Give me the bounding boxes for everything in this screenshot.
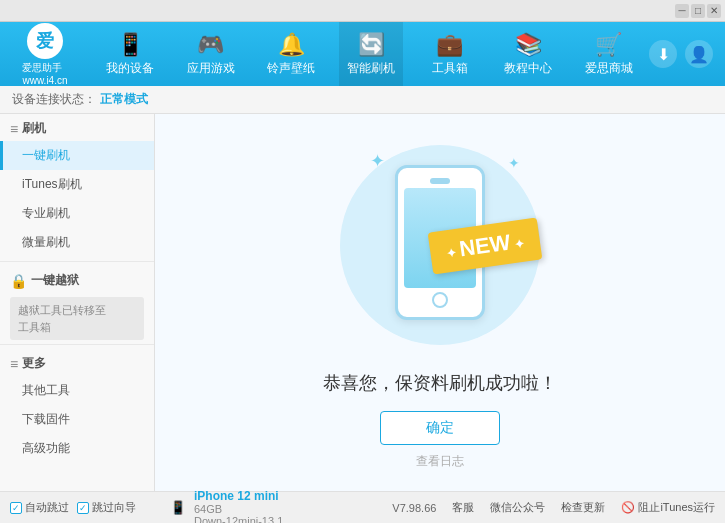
nav-wishlist[interactable]: 🛒 爱思商城 <box>577 22 641 86</box>
maximize-btn[interactable]: □ <box>691 4 705 18</box>
sidebar-divider-1 <box>0 261 154 262</box>
nav-ringtone[interactable]: 🔔 铃声壁纸 <box>259 22 323 86</box>
jailbreak-section-header: 🔒 一键越狱 <box>0 266 154 293</box>
nav-tutorial-label: 教程中心 <box>504 60 552 77</box>
smart-flash-icon: 🔄 <box>358 32 385 58</box>
ringtone-icon: 🔔 <box>278 32 305 58</box>
check-update-link[interactable]: 检查更新 <box>561 500 605 515</box>
nav-toolbox[interactable]: 💼 工具箱 <box>420 22 480 86</box>
bottom-bar: 自动跳过 跳过向导 📱 iPhone 12 mini 64GB Down-12m… <box>0 491 725 523</box>
user-btn[interactable]: 👤 <box>685 40 713 68</box>
logo-icon: 爱 <box>27 23 63 59</box>
app-game-icon: 🎮 <box>197 32 224 58</box>
nav-wishlist-label: 爱思商城 <box>585 60 633 77</box>
version-label: V7.98.66 <box>392 502 436 514</box>
wishlist-icon: 🛒 <box>595 32 622 58</box>
status-label: 设备连接状态： <box>12 91 96 108</box>
jailbreak-icon: 🔒 <box>10 273 27 289</box>
sidebar-save-flash[interactable]: 微量刷机 <box>0 228 154 257</box>
bottom-left: 自动跳过 跳过向导 <box>10 500 170 515</box>
itunes-status-icon: 🚫 <box>621 501 635 514</box>
toolbox-icon: 💼 <box>436 32 463 58</box>
wechat-link[interactable]: 微信公众号 <box>490 500 545 515</box>
status-value: 正常模式 <box>100 91 148 108</box>
sidebar-other-tools[interactable]: 其他工具 <box>0 376 154 405</box>
sidebar-one-key-flash[interactable]: 一键刷机 <box>0 141 154 170</box>
nav-smart-flash-label: 智能刷机 <box>347 60 395 77</box>
nav-my-device-label: 我的设备 <box>106 60 154 77</box>
skip-guide-checkbox[interactable]: 跳过向导 <box>77 500 136 515</box>
customer-service-link[interactable]: 客服 <box>452 500 474 515</box>
phone-home-btn <box>432 292 448 308</box>
logo-area: 爱 爱思助手 www.i4.cn <box>0 23 90 86</box>
phone-illustration: ✦ ✦ NEW <box>330 135 550 355</box>
confirm-button[interactable]: 确定 <box>380 411 500 445</box>
my-device-icon: 📱 <box>117 32 144 58</box>
top-nav: 爱 爱思助手 www.i4.cn 📱 我的设备 🎮 应用游戏 🔔 铃声壁纸 🔄 … <box>0 22 725 86</box>
sidebar: ≡ 刷机 一键刷机 iTunes刷机 专业刷机 微量刷机 🔒 一键越狱 越狱工具… <box>0 114 155 491</box>
flash-section-header: ≡ 刷机 <box>0 114 154 141</box>
flash-section-label: 刷机 <box>22 120 46 137</box>
status-bar: 设备连接状态： 正常模式 <box>0 86 725 114</box>
title-bar: ─ □ ✕ <box>0 0 725 22</box>
nav-items: 📱 我的设备 🎮 应用游戏 🔔 铃声壁纸 🔄 智能刷机 💼 工具箱 📚 教程中心… <box>90 22 649 86</box>
content-area: ✦ ✦ NEW 恭喜您，保资料刷机成功啦！ 确定 查看日志 <box>155 114 725 491</box>
device-phone-icon: 📱 <box>170 500 186 515</box>
auto-jump-check-icon <box>10 502 22 514</box>
view-log-link[interactable]: 查看日志 <box>416 453 464 470</box>
auto-jump-checkbox[interactable]: 自动跳过 <box>10 500 69 515</box>
bottom-right: V7.98.66 客服 微信公众号 检查更新 🚫 阻止iTunes运行 <box>392 500 715 515</box>
jailbreak-section-label: 一键越狱 <box>31 272 79 289</box>
sidebar-itunes-flash[interactable]: iTunes刷机 <box>0 170 154 199</box>
logo-text: 爱思助手 www.i4.cn <box>22 61 67 86</box>
itunes-status-label: 阻止iTunes运行 <box>638 500 715 515</box>
more-section-header: ≡ 更多 <box>0 349 154 376</box>
nav-tutorial[interactable]: 📚 教程中心 <box>496 22 560 86</box>
device-info-row: 📱 iPhone 12 mini 64GB Down-12mini-13.1 <box>170 489 283 524</box>
nav-my-device[interactable]: 📱 我的设备 <box>98 22 162 86</box>
device-firmware: Down-12mini-13.1 <box>194 515 283 524</box>
nav-toolbox-label: 工具箱 <box>432 60 468 77</box>
success-text: 恭喜您，保资料刷机成功啦！ <box>323 371 557 395</box>
skip-guide-check-icon <box>77 502 89 514</box>
device-storage: 64GB <box>194 503 283 515</box>
minimize-btn[interactable]: ─ <box>675 4 689 18</box>
nav-app-game-label: 应用游戏 <box>187 60 235 77</box>
more-section-label: 更多 <box>22 355 46 372</box>
phone-notch <box>430 178 450 184</box>
nav-app-game[interactable]: 🎮 应用游戏 <box>179 22 243 86</box>
tutorial-icon: 📚 <box>515 32 542 58</box>
sidebar-pro-flash[interactable]: 专业刷机 <box>0 199 154 228</box>
flash-section-icon: ≡ <box>10 121 18 137</box>
skip-guide-label: 跳过向导 <box>92 500 136 515</box>
sidebar-advanced[interactable]: 高级功能 <box>0 434 154 463</box>
sidebar-download-fw[interactable]: 下载固件 <box>0 405 154 434</box>
main-layout: ≡ 刷机 一键刷机 iTunes刷机 专业刷机 微量刷机 🔒 一键越狱 越狱工具… <box>0 114 725 491</box>
sparkle-icon-left: ✦ <box>370 150 385 172</box>
auto-jump-label: 自动跳过 <box>25 500 69 515</box>
sidebar-divider-2 <box>0 344 154 345</box>
more-section-icon: ≡ <box>10 356 18 372</box>
device-info: iPhone 12 mini 64GB Down-12mini-13.1 <box>194 489 283 524</box>
nav-ringtone-label: 铃声壁纸 <box>267 60 315 77</box>
sparkle-icon-right: ✦ <box>508 155 520 171</box>
close-btn[interactable]: ✕ <box>707 4 721 18</box>
nav-right: ⬇ 👤 <box>649 40 725 68</box>
itunes-status: 🚫 阻止iTunes运行 <box>621 500 715 515</box>
jailbreak-note: 越狱工具已转移至工具箱 <box>10 297 144 340</box>
download-btn[interactable]: ⬇ <box>649 40 677 68</box>
nav-smart-flash[interactable]: 🔄 智能刷机 <box>339 22 403 86</box>
